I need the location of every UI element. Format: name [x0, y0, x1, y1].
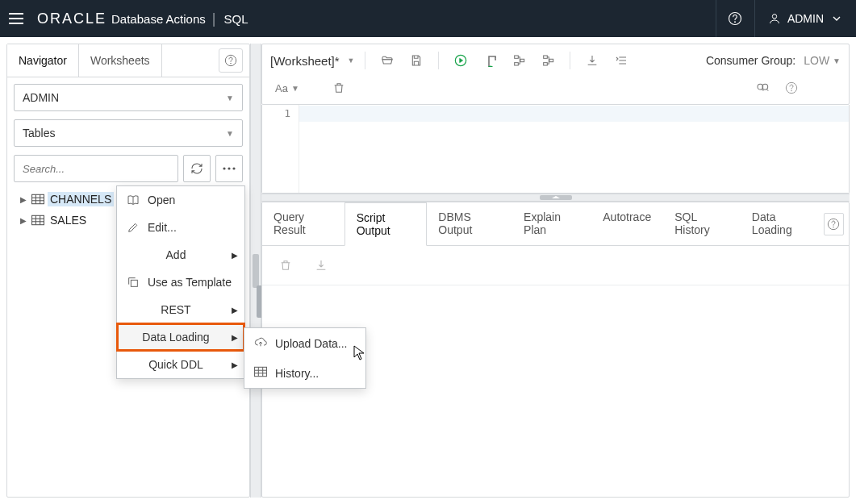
find-button[interactable] [750, 77, 775, 99]
help-button[interactable] [716, 0, 754, 37]
expand-caret-icon[interactable]: ▶ [20, 216, 28, 225]
svg-rect-27 [543, 63, 547, 65]
context-menu-data-loading[interactable]: Data Loading ▶ [117, 323, 244, 351]
submenu-history[interactable]: History... [244, 358, 365, 388]
results-help-button[interactable] [824, 213, 844, 235]
user-menu-button[interactable]: ADMIN [754, 0, 856, 37]
more-options-button[interactable] [215, 155, 243, 182]
download-button[interactable] [580, 49, 604, 72]
svg-rect-16 [32, 215, 44, 224]
tab-sql-history[interactable]: SQL History [663, 202, 741, 245]
save-file-button[interactable] [404, 49, 428, 72]
editor-current-line[interactable] [299, 106, 849, 122]
results-tabs: Query Result Script Output DBMS Output E… [262, 202, 849, 246]
svg-point-9 [228, 167, 230, 169]
refresh-button[interactable] [183, 155, 211, 182]
pencil-icon [127, 221, 140, 234]
context-menu-use-as-template[interactable]: Use as Template [117, 269, 244, 296]
context-menu-quick-ddl[interactable]: Quick DDL ▶ [117, 351, 244, 378]
tab-data-loading[interactable]: Data Loading [741, 202, 824, 245]
sidebar-help-button[interactable] [219, 48, 243, 73]
tab-navigator[interactable]: Navigator [7, 44, 79, 77]
top-bar: ORACLE Database Actions | SQL ADMIN [0, 0, 856, 37]
tab-worksheets[interactable]: Worksheets [79, 44, 162, 77]
open-file-button[interactable] [375, 49, 399, 72]
run-script-button[interactable] [478, 49, 502, 72]
autotrace-button[interactable] [536, 49, 560, 72]
tab-autotrace[interactable]: Autotrace [591, 202, 663, 245]
context-menu-label: REST [161, 303, 190, 316]
submenu-label: Upload Data... [275, 337, 348, 350]
svg-point-35 [833, 227, 834, 227]
submenu-arrow-icon: ▶ [232, 251, 238, 260]
section-name: SQL [223, 12, 248, 26]
search-input[interactable] [14, 155, 178, 182]
table-icon [31, 215, 44, 226]
tab-query-result[interactable]: Query Result [262, 202, 344, 245]
copy-icon [127, 276, 140, 289]
results-toolbar [262, 246, 849, 285]
sidebar-tabs: Navigator Worksheets [7, 44, 249, 77]
context-menu: Open Edit... Add ▶ Use as Template REST … [116, 185, 245, 379]
context-menu-label: Quick DDL [148, 358, 203, 371]
chevron-down-icon: ▼ [226, 129, 234, 138]
schema-select[interactable]: ADMIN ▼ [14, 84, 243, 111]
sql-editor[interactable]: 1 [261, 105, 850, 194]
context-menu-add[interactable]: Add ▶ [117, 241, 244, 269]
font-size-button[interactable]: Aa▼ [270, 77, 304, 99]
brand-block: ORACLE Database Actions | SQL [37, 10, 248, 27]
chevron-down-icon[interactable]: ▼ [348, 56, 355, 65]
product-name: Database Actions [111, 12, 206, 26]
chevron-down-icon: ▼ [291, 84, 299, 93]
explain-plan-button[interactable] [507, 49, 531, 72]
tree-item-label: CHANNELS [48, 192, 114, 206]
tab-dbms-output[interactable]: DBMS Output [427, 202, 512, 245]
tab-script-output[interactable]: Script Output [344, 202, 428, 246]
format-button[interactable] [609, 49, 633, 72]
svg-point-7 [231, 63, 232, 64]
horizontal-splitter[interactable] [261, 194, 850, 202]
svg-rect-24 [514, 63, 518, 65]
table-icon [254, 365, 267, 381]
object-type-value: Tables [23, 127, 55, 140]
tree-item-label: SALES [48, 213, 89, 227]
svg-rect-36 [131, 280, 137, 286]
editor-gutter: 1 [262, 105, 299, 193]
consumer-group-value: LOW [804, 54, 829, 67]
data-loading-submenu: Upload Data... History... [244, 327, 366, 389]
context-menu-rest[interactable]: REST ▶ [117, 296, 244, 323]
vertical-splitter[interactable] [250, 44, 261, 498]
tab-explain-plan[interactable]: Explain Plan [512, 202, 591, 245]
submenu-upload-data[interactable]: Upload Data... [244, 328, 365, 358]
table-icon [31, 194, 44, 205]
collapse-grip[interactable] [257, 285, 261, 318]
splitter-handle[interactable] [540, 195, 572, 200]
context-menu-label: Edit... [148, 221, 177, 234]
main-panel: [Worksheet]* ▼ Consumer Group: LOW ▼ [261, 44, 850, 498]
clear-button[interactable] [327, 77, 351, 99]
hamburger-menu-button[interactable] [0, 0, 32, 37]
object-type-select[interactable]: Tables ▼ [14, 119, 243, 147]
editor-toolbar: [Worksheet]* ▼ Consumer Group: LOW ▼ [261, 44, 850, 105]
expand-caret-icon[interactable]: ▶ [20, 195, 28, 204]
toolbar-help-button[interactable] [779, 77, 804, 99]
context-menu-label: Data Loading [142, 331, 209, 344]
splitter-handle[interactable] [253, 254, 259, 288]
worksheet-name[interactable]: [Worksheet]* [270, 54, 341, 68]
svg-rect-26 [543, 56, 547, 58]
user-name: ADMIN [787, 12, 824, 25]
clear-output-button[interactable] [274, 254, 298, 277]
run-statement-button[interactable] [449, 49, 473, 72]
submenu-arrow-icon: ▶ [232, 333, 238, 342]
svg-point-10 [232, 167, 235, 169]
consumer-group-select[interactable]: LOW ▼ [804, 54, 841, 67]
download-output-button[interactable] [309, 254, 333, 277]
context-menu-open[interactable]: Open [117, 186, 244, 214]
consumer-group-label: Consumer Group: [706, 54, 795, 67]
svg-rect-0 [9, 13, 23, 15]
svg-point-33 [791, 90, 792, 91]
svg-point-8 [223, 167, 225, 169]
svg-rect-23 [514, 56, 518, 58]
cloud-upload-icon [254, 335, 267, 351]
context-menu-edit[interactable]: Edit... [117, 214, 244, 241]
